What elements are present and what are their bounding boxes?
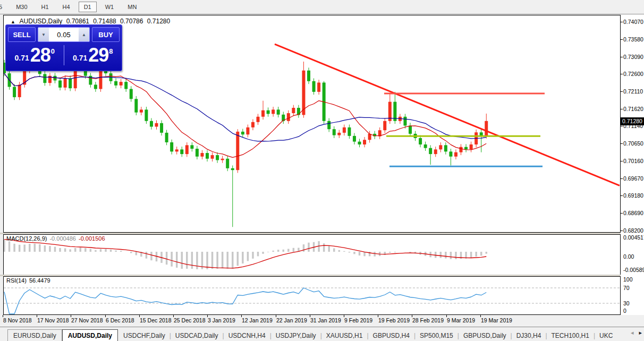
ohlc-close: 0.71280 [147, 18, 170, 25]
chart-tab-ukc[interactable]: UKC [594, 330, 618, 341]
chart-tab-audusd[interactable]: AUDUSD,Daily [62, 329, 118, 341]
macd-indicator-label: MACD(12,26,9)-0.000486-0.001506 [6, 235, 105, 242]
date-axis-label: 19 Feb 2019 [378, 317, 410, 323]
chart-tab-gbpusd[interactable]: GBPUSD,Daily [458, 330, 512, 341]
date-axis-label: 6 Dec 2018 [106, 317, 134, 323]
price-axis-tick [620, 109, 623, 109]
price-axis-tick [620, 91, 623, 92]
trading-terminal-window: 5M30H1H4D1W1MN ▲ AUDUSD,Daily 0.70861 0.… [0, 0, 644, 341]
price-axis-label: 0.74070 [623, 19, 643, 25]
price-axis-label: 0.69670 [623, 175, 643, 182]
chart-tab-usdjpy[interactable]: USDJPY,Daily [270, 330, 321, 341]
buy-button[interactable]: BUY [92, 27, 120, 42]
ohlc-high: 0.71488 [93, 18, 116, 25]
timeframe-button-h4[interactable]: H4 [57, 2, 75, 12]
date-axis-label: 15 Dec 2018 [140, 317, 172, 323]
price-axis-tick [620, 143, 623, 144]
chart-tab-usdchf[interactable]: USDCHF,Daily [118, 330, 171, 341]
date-axis-label: 8 Nov 2018 [3, 317, 32, 323]
chart-tab-gbpusd[interactable]: GBPUSD,H4 [368, 330, 415, 341]
macd-signal-value: -0.001506 [79, 235, 105, 242]
price-axis-label: 0.72600 [623, 71, 643, 77]
chart-tab-dj30[interactable]: DJ30,H4 [511, 330, 547, 341]
current-price-tag: 0.71280 [621, 117, 644, 125]
date-axis-label: 17 Nov 2018 [37, 317, 69, 323]
price-axis-label: 0.70160 [623, 158, 643, 164]
price-axis-label: 0.68200 [623, 227, 643, 234]
date-axis-label: 19 Mar 2019 [481, 317, 512, 323]
rsi-axis-label: 0 [623, 308, 626, 314]
date-axis-label: 9 Mar 2019 [447, 317, 475, 323]
timeframe-button-5[interactable]: 5 [0, 2, 7, 12]
price-axis-tick [620, 39, 623, 40]
date-axis-label: 31 Jan 2019 [310, 317, 341, 323]
chart-tab-bar: EURUSD,DailyAUDUSD,DailyUSDCHF,Daily|USD… [0, 327, 644, 341]
chart-tab-xauusd[interactable]: XAUUSD,H1 [321, 330, 368, 341]
rsi-axis-label: 30 [623, 300, 630, 306]
date-axis-label: 28 Feb 2019 [412, 317, 444, 323]
buy-price-display[interactable]: 0.71 29 8 [64, 43, 122, 67]
chart-tab-eurusd[interactable]: EURUSD,Daily [7, 329, 62, 341]
ohlc-low: 0.70786 [120, 18, 143, 25]
price-axis-label: 0.69180 [623, 192, 643, 199]
chart-tab-usdcnh[interactable]: USDCNH,H4 [223, 330, 271, 341]
price-axis-tick [620, 126, 623, 126]
timeframe-button-d1[interactable]: D1 [79, 2, 97, 12]
ohlc-readout: ▲ AUDUSD,Daily 0.70861 0.71488 0.70786 0… [11, 18, 172, 25]
price-axis-tick [620, 22, 623, 22]
chart-arrow-icon[interactable]: ▲ [11, 19, 15, 24]
chart-tab-sp500[interactable]: SP500,M15 [414, 330, 459, 341]
tab-scroll-right-icon[interactable]: ▸ [639, 329, 642, 336]
price-axis-label: 0.73090 [623, 54, 643, 60]
macd-axis-label: 0.00 [623, 253, 634, 260]
tab-scroll-buttons: ◂ ▸ [631, 329, 642, 336]
timeframe-button-h1[interactable]: H1 [36, 2, 54, 12]
date-axis-label: 3 Jan 2019 [208, 317, 235, 323]
date-axis-label: 25 Dec 2018 [174, 317, 206, 323]
rsi-axis-label: 70 [623, 285, 630, 291]
macd-main-value: -0.000486 [49, 235, 76, 242]
timeframe-button-w1[interactable]: W1 [100, 2, 120, 12]
price-axis-label: 0.68690 [623, 210, 643, 216]
volume-increase-button[interactable]: ▲ [79, 28, 89, 41]
volume-input[interactable]: 0.05 [49, 28, 79, 41]
volume-stepper: ▼ 0.05 ▲ [38, 27, 90, 42]
chart-tab-usdcad[interactable]: USDCAD,Daily [170, 330, 224, 341]
rsi-indicator-label: RSI(14)56.4479 [6, 277, 50, 284]
macd-axis-label: 0.004517 [623, 234, 644, 241]
macd-axis-label: -0.005899 [623, 267, 644, 273]
sell-button[interactable]: SELL [8, 27, 36, 42]
date-axis-label: 22 Jan 2019 [276, 317, 307, 323]
price-axis-label: 0.72110 [623, 88, 643, 95]
sell-price-display[interactable]: 0.71 28 0 [6, 43, 64, 67]
price-axis-label: 0.71620 [623, 106, 643, 112]
price-axis-tick [620, 213, 623, 214]
timeframe-button-mn[interactable]: MN [122, 2, 142, 12]
date-axis-label: 9 Feb 2019 [344, 317, 372, 323]
chart-symbol-label: AUDUSD,Daily [20, 18, 63, 25]
date-axis-label: 27 Nov 2018 [71, 317, 103, 323]
timeframe-button-m30[interactable]: M30 [11, 2, 32, 12]
price-axis-tick [620, 57, 623, 57]
one-click-trading-panel: SELL ▼ 0.05 ▲ BUY 0.71 28 0 0.71 29 8 [5, 24, 122, 71]
volume-decrease-button[interactable]: ▼ [38, 28, 49, 41]
price-axis-tick [620, 178, 623, 179]
rsi-panel[interactable] [3, 276, 621, 315]
chart-tab-tech100[interactable]: TECH100,H1 [546, 330, 595, 341]
price-axis-label: 0.70650 [623, 140, 643, 147]
price-axis-tick [620, 74, 623, 74]
rsi-value: 56.4479 [29, 277, 50, 284]
price-axis-tick [620, 195, 623, 196]
tab-scroll-left-icon[interactable]: ◂ [631, 329, 634, 336]
ohlc-open: 0.70861 [66, 18, 89, 25]
price-axis-label: 0.73580 [623, 36, 643, 42]
timeframe-toolbar: 5M30H1H4D1W1MN [0, 0, 644, 14]
rsi-axis-label: 100 [623, 276, 633, 283]
price-axis-tick [620, 161, 623, 161]
price-axis-tick [620, 231, 623, 231]
date-axis-label: 12 Jan 2019 [242, 317, 273, 323]
